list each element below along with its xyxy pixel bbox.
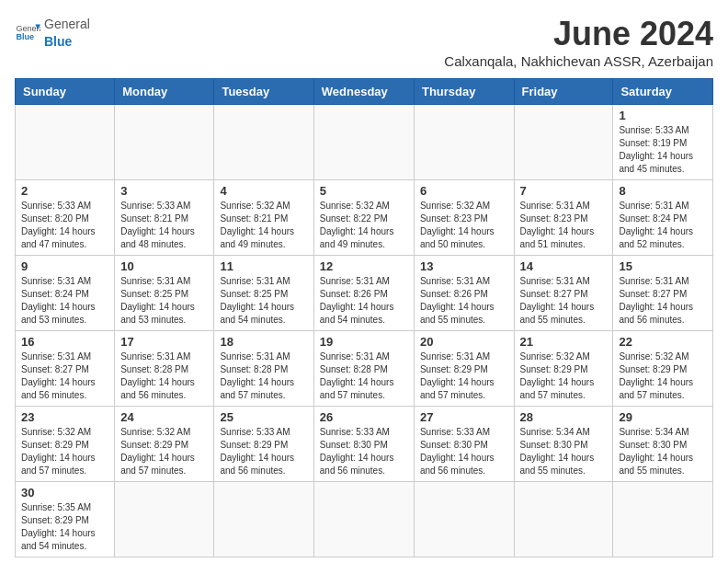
day-info: Sunrise: 5:32 AM Sunset: 8:29 PM Dayligh… bbox=[21, 426, 108, 477]
calendar-week-row: 23Sunrise: 5:32 AM Sunset: 8:29 PM Dayli… bbox=[16, 407, 713, 482]
day-number: 19 bbox=[320, 335, 408, 349]
calendar-day-cell: 25Sunrise: 5:33 AM Sunset: 8:29 PM Dayli… bbox=[214, 407, 313, 482]
calendar-day-cell bbox=[613, 482, 713, 557]
day-info: Sunrise: 5:31 AM Sunset: 8:28 PM Dayligh… bbox=[120, 350, 208, 402]
day-number: 29 bbox=[619, 410, 707, 424]
weekday-header-thursday: Thursday bbox=[414, 79, 514, 105]
day-number: 10 bbox=[120, 259, 208, 273]
calendar-week-row: 1Sunrise: 5:33 AM Sunset: 8:19 PM Daylig… bbox=[16, 105, 713, 180]
day-info: Sunrise: 5:32 AM Sunset: 8:29 PM Dayligh… bbox=[619, 350, 707, 402]
day-info: Sunrise: 5:31 AM Sunset: 8:29 PM Dayligh… bbox=[420, 350, 508, 402]
calendar-day-cell bbox=[414, 482, 514, 557]
day-info: Sunrise: 5:34 AM Sunset: 8:30 PM Dayligh… bbox=[520, 426, 608, 477]
logo-general-text: General bbox=[44, 17, 90, 31]
weekday-header-row: SundayMondayTuesdayWednesdayThursdayFrid… bbox=[16, 79, 713, 105]
calendar-week-row: 2Sunrise: 5:33 AM Sunset: 8:20 PM Daylig… bbox=[16, 180, 713, 256]
day-number: 18 bbox=[220, 335, 307, 349]
calendar-day-cell bbox=[414, 105, 514, 180]
day-info: Sunrise: 5:31 AM Sunset: 8:27 PM Dayligh… bbox=[619, 275, 707, 327]
calendar-day-cell bbox=[16, 105, 115, 180]
day-number: 25 bbox=[220, 410, 307, 424]
day-number: 6 bbox=[420, 184, 508, 198]
day-number: 26 bbox=[320, 410, 408, 424]
day-number: 22 bbox=[619, 335, 707, 349]
day-info: Sunrise: 5:31 AM Sunset: 8:24 PM Dayligh… bbox=[619, 200, 707, 251]
day-number: 8 bbox=[619, 184, 707, 198]
calendar-week-row: 16Sunrise: 5:31 AM Sunset: 8:27 PM Dayli… bbox=[16, 331, 713, 407]
calendar-day-cell bbox=[313, 105, 414, 180]
logo-icon: General Blue bbox=[15, 19, 40, 45]
calendar-day-cell: 29Sunrise: 5:34 AM Sunset: 8:30 PM Dayli… bbox=[613, 407, 713, 482]
calendar-day-cell: 12Sunrise: 5:31 AM Sunset: 8:26 PM Dayli… bbox=[313, 256, 414, 331]
day-number: 20 bbox=[420, 335, 508, 349]
calendar-day-cell: 15Sunrise: 5:31 AM Sunset: 8:27 PM Dayli… bbox=[613, 256, 713, 331]
calendar-day-cell: 8Sunrise: 5:31 AM Sunset: 8:24 PM Daylig… bbox=[613, 180, 713, 256]
day-number: 30 bbox=[21, 486, 108, 500]
calendar-day-cell: 18Sunrise: 5:31 AM Sunset: 8:28 PM Dayli… bbox=[214, 331, 313, 407]
day-info: Sunrise: 5:31 AM Sunset: 8:26 PM Dayligh… bbox=[420, 275, 508, 327]
calendar-day-cell bbox=[514, 105, 613, 180]
calendar-day-cell: 20Sunrise: 5:31 AM Sunset: 8:29 PM Dayli… bbox=[414, 331, 514, 407]
calendar-day-cell bbox=[514, 482, 613, 557]
calendar-day-cell: 6Sunrise: 5:32 AM Sunset: 8:23 PM Daylig… bbox=[414, 180, 514, 256]
calendar-day-cell: 27Sunrise: 5:33 AM Sunset: 8:30 PM Dayli… bbox=[414, 407, 514, 482]
svg-text:Blue: Blue bbox=[16, 33, 34, 42]
calendar-day-cell: 14Sunrise: 5:31 AM Sunset: 8:27 PM Dayli… bbox=[514, 256, 613, 331]
day-info: Sunrise: 5:33 AM Sunset: 8:21 PM Dayligh… bbox=[120, 200, 208, 251]
day-info: Sunrise: 5:31 AM Sunset: 8:28 PM Dayligh… bbox=[320, 350, 408, 402]
calendar-day-cell: 9Sunrise: 5:31 AM Sunset: 8:24 PM Daylig… bbox=[16, 256, 115, 331]
day-info: Sunrise: 5:32 AM Sunset: 8:29 PM Dayligh… bbox=[520, 350, 608, 402]
day-number: 12 bbox=[320, 259, 408, 273]
weekday-header-sunday: Sunday bbox=[16, 79, 115, 105]
weekday-header-friday: Friday bbox=[514, 79, 613, 105]
calendar-day-cell: 17Sunrise: 5:31 AM Sunset: 8:28 PM Dayli… bbox=[115, 331, 214, 407]
calendar-day-cell: 21Sunrise: 5:32 AM Sunset: 8:29 PM Dayli… bbox=[514, 331, 613, 407]
day-info: Sunrise: 5:33 AM Sunset: 8:29 PM Dayligh… bbox=[220, 426, 307, 477]
calendar-day-cell: 2Sunrise: 5:33 AM Sunset: 8:20 PM Daylig… bbox=[16, 180, 115, 256]
calendar-day-cell: 4Sunrise: 5:32 AM Sunset: 8:21 PM Daylig… bbox=[214, 180, 313, 256]
calendar-day-cell: 23Sunrise: 5:32 AM Sunset: 8:29 PM Dayli… bbox=[16, 407, 115, 482]
day-info: Sunrise: 5:31 AM Sunset: 8:28 PM Dayligh… bbox=[220, 350, 307, 402]
day-info: Sunrise: 5:31 AM Sunset: 8:25 PM Dayligh… bbox=[220, 275, 307, 327]
day-number: 11 bbox=[220, 259, 307, 273]
calendar-day-cell bbox=[214, 105, 313, 180]
calendar-day-cell: 26Sunrise: 5:33 AM Sunset: 8:30 PM Dayli… bbox=[313, 407, 414, 482]
day-number: 9 bbox=[21, 259, 108, 273]
day-info: Sunrise: 5:32 AM Sunset: 8:21 PM Dayligh… bbox=[220, 200, 307, 251]
day-info: Sunrise: 5:31 AM Sunset: 8:27 PM Dayligh… bbox=[21, 350, 108, 402]
page-header: General Blue General Blue June 2024 Calx… bbox=[15, 15, 713, 69]
calendar-body: 1Sunrise: 5:33 AM Sunset: 8:19 PM Daylig… bbox=[16, 105, 713, 557]
calendar-day-cell: 19Sunrise: 5:31 AM Sunset: 8:28 PM Dayli… bbox=[313, 331, 414, 407]
location-subtitle: Calxanqala, Nakhichevan ASSR, Azerbaijan bbox=[444, 53, 713, 69]
day-info: Sunrise: 5:33 AM Sunset: 8:19 PM Dayligh… bbox=[619, 124, 707, 176]
weekday-header-monday: Monday bbox=[115, 79, 214, 105]
day-number: 17 bbox=[120, 335, 208, 349]
calendar-week-row: 30Sunrise: 5:35 AM Sunset: 8:29 PM Dayli… bbox=[16, 482, 713, 557]
day-info: Sunrise: 5:35 AM Sunset: 8:29 PM Dayligh… bbox=[21, 501, 108, 553]
calendar-day-cell: 28Sunrise: 5:34 AM Sunset: 8:30 PM Dayli… bbox=[514, 407, 613, 482]
day-info: Sunrise: 5:34 AM Sunset: 8:30 PM Dayligh… bbox=[619, 426, 707, 477]
calendar-week-row: 9Sunrise: 5:31 AM Sunset: 8:24 PM Daylig… bbox=[16, 256, 713, 331]
calendar-day-cell: 11Sunrise: 5:31 AM Sunset: 8:25 PM Dayli… bbox=[214, 256, 313, 331]
day-number: 14 bbox=[520, 259, 608, 273]
day-number: 21 bbox=[520, 335, 608, 349]
calendar-day-cell: 13Sunrise: 5:31 AM Sunset: 8:26 PM Dayli… bbox=[414, 256, 514, 331]
day-info: Sunrise: 5:32 AM Sunset: 8:29 PM Dayligh… bbox=[120, 426, 208, 477]
calendar-day-cell: 3Sunrise: 5:33 AM Sunset: 8:21 PM Daylig… bbox=[115, 180, 214, 256]
day-info: Sunrise: 5:32 AM Sunset: 8:23 PM Dayligh… bbox=[420, 200, 508, 251]
calendar-day-cell: 16Sunrise: 5:31 AM Sunset: 8:27 PM Dayli… bbox=[16, 331, 115, 407]
calendar-day-cell: 7Sunrise: 5:31 AM Sunset: 8:23 PM Daylig… bbox=[514, 180, 613, 256]
day-number: 2 bbox=[21, 184, 108, 198]
day-number: 1 bbox=[619, 109, 707, 122]
day-number: 27 bbox=[420, 410, 508, 424]
day-info: Sunrise: 5:32 AM Sunset: 8:22 PM Dayligh… bbox=[320, 200, 408, 251]
day-info: Sunrise: 5:31 AM Sunset: 8:23 PM Dayligh… bbox=[520, 200, 608, 251]
day-number: 5 bbox=[320, 184, 408, 198]
day-number: 16 bbox=[21, 335, 108, 349]
calendar-table: SundayMondayTuesdayWednesdayThursdayFrid… bbox=[15, 78, 713, 557]
day-info: Sunrise: 5:31 AM Sunset: 8:26 PM Dayligh… bbox=[320, 275, 408, 327]
day-info: Sunrise: 5:33 AM Sunset: 8:30 PM Dayligh… bbox=[320, 426, 408, 477]
logo-blue-text: Blue bbox=[44, 34, 72, 49]
calendar-day-cell: 24Sunrise: 5:32 AM Sunset: 8:29 PM Dayli… bbox=[115, 407, 214, 482]
weekday-header-saturday: Saturday bbox=[613, 79, 713, 105]
